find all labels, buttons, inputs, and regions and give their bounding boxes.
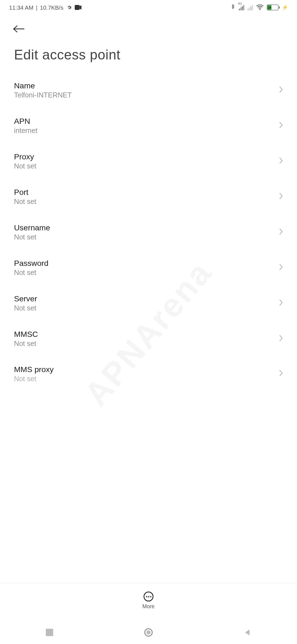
apn-apn-row[interactable]: APN internet — [14, 108, 283, 144]
status-bar: 11:34 AM | 10.7KB/s 4G 38 ⚡ — [0, 0, 297, 15]
item-value: Not set — [14, 198, 279, 206]
svg-rect-0 — [75, 5, 79, 10]
signal-4g-icon: 4G — [239, 5, 244, 10]
item-value: Not set — [14, 375, 279, 383]
more-icon — [144, 592, 153, 602]
item-value: Not set — [14, 162, 279, 171]
apn-port-row[interactable]: Port Not set — [14, 179, 283, 215]
apn-mmsc-row[interactable]: MMSC Not set — [14, 321, 283, 357]
item-label: MMSC — [14, 330, 279, 339]
apn-server-row[interactable]: Server Not set — [14, 286, 283, 321]
item-value: Not set — [14, 340, 279, 348]
status-right: 4G 38 ⚡ — [231, 4, 288, 11]
item-label: Server — [14, 294, 279, 304]
chevron-right-icon — [279, 86, 283, 95]
chevron-right-icon — [279, 370, 283, 379]
chevron-right-icon — [279, 263, 283, 272]
apn-name-row[interactable]: Name Telfoni-INTERNET — [14, 73, 283, 108]
status-speed: 10.7KB/s — [40, 4, 63, 11]
chevron-right-icon — [279, 192, 283, 201]
android-nav-bar — [0, 621, 297, 644]
item-value: Telfoni-INTERNET — [14, 91, 279, 100]
back-button[interactable] — [12, 21, 29, 37]
item-label: Password — [14, 259, 279, 268]
apn-username-row[interactable]: Username Not set — [14, 215, 283, 250]
header: Edit access point — [0, 15, 297, 63]
camera-icon — [75, 5, 82, 10]
item-value: Not set — [14, 233, 279, 242]
bottom-toolbar: More — [0, 583, 297, 618]
item-label: Proxy — [14, 152, 279, 162]
chevron-right-icon — [279, 121, 283, 130]
item-label: Port — [14, 188, 279, 197]
item-value: Not set — [14, 269, 279, 277]
battery-icon: 38 — [267, 5, 279, 10]
page-title: Edit access point — [14, 47, 283, 63]
chevron-right-icon — [279, 228, 283, 237]
settings-list: Name Telfoni-INTERNET APN internet Proxy… — [0, 73, 297, 386]
item-label: APN — [14, 117, 279, 126]
nav-home-button[interactable] — [132, 624, 165, 641]
apn-proxy-row[interactable]: Proxy Not set — [14, 144, 283, 179]
more-button[interactable]: More — [142, 592, 155, 610]
item-value: internet — [14, 127, 279, 135]
item-label: Name — [14, 81, 279, 91]
chevron-right-icon — [279, 334, 283, 343]
nav-back-button[interactable] — [231, 624, 264, 641]
wifi-icon — [256, 5, 264, 10]
chevron-right-icon — [279, 157, 283, 166]
status-left: 11:34 AM | 10.7KB/s — [9, 4, 82, 11]
bluetooth-icon — [231, 4, 236, 11]
svg-rect-1 — [46, 629, 53, 636]
apn-mmsproxy-row[interactable]: MMS proxy Not set — [14, 357, 283, 386]
item-value: Not set — [14, 304, 279, 313]
item-label: MMS proxy — [14, 365, 279, 374]
nav-recent-button[interactable] — [33, 624, 66, 641]
gear-icon — [66, 4, 72, 11]
item-label: Username — [14, 223, 279, 233]
charging-icon: ⚡ — [282, 5, 288, 10]
apn-password-row[interactable]: Password Not set — [14, 250, 283, 286]
chevron-right-icon — [279, 299, 283, 308]
signal-nosim-icon — [248, 5, 253, 10]
more-label: More — [142, 603, 155, 610]
svg-point-3 — [147, 631, 151, 635]
status-time: 11:34 AM — [9, 4, 34, 11]
